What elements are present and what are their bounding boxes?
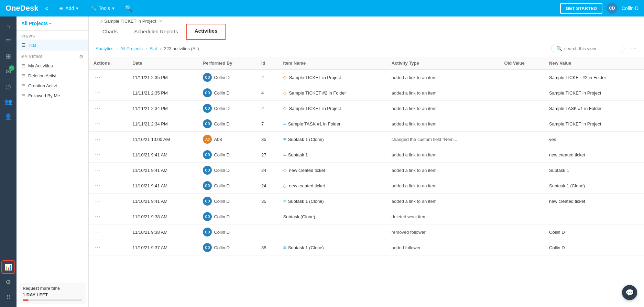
sidebar-item-users[interactable]: 👥 [1, 95, 15, 109]
sidebar-item-clock[interactable]: ◷ [1, 80, 15, 94]
cell-new-value: new created ticket [544, 194, 644, 209]
panel-header: All Projects ▾ [17, 17, 88, 31]
followed-by-me-item[interactable]: ☰ Followed By Me [17, 91, 88, 101]
sidebar-item-gear[interactable]: ⚙ [1, 275, 15, 289]
request-time-box: Request more time 1 DAY LEFT [19, 283, 86, 304]
ticket-icon: ◇ [283, 167, 287, 173]
activities-table-container: Actions Date Performed By Id Item Name A… [89, 57, 644, 307]
sidebar-item-grid[interactable]: ⊞ [1, 50, 15, 63]
logo: OneDesk [6, 4, 38, 13]
tools-button[interactable]: 🔧 Tools ▾ [87, 3, 119, 13]
row-menu-button[interactable]: ··· [94, 213, 102, 220]
creation-activi-item[interactable]: ☰ Creation Activi... [17, 81, 88, 91]
row-menu-button[interactable]: ··· [94, 167, 102, 173]
cell-id: 24 [256, 178, 279, 194]
cell-performer: CDCollin D [198, 69, 256, 85]
add-chevron-icon: ▾ [76, 6, 78, 11]
cell-id: 35 [256, 132, 279, 147]
tab-scheduled-reports[interactable]: Scheduled Reports [126, 24, 186, 40]
cell-new-value: Sample TASK #1 in Folder [544, 101, 644, 116]
item-name-text: Subtask 1 (Clone) [288, 137, 324, 142]
add-button[interactable]: ⊕ Add ▾ [55, 3, 83, 13]
row-menu-button[interactable]: ··· [94, 152, 102, 158]
flat-view-item[interactable]: ☰ Flat [17, 40, 88, 51]
performer-name: Collin D [214, 199, 230, 204]
cell-performer: CDCollin D [198, 101, 256, 116]
sidebar-item-list[interactable]: ☰ [1, 34, 15, 48]
row-menu-button[interactable]: ··· [94, 198, 102, 204]
breadcrumb-all-projects[interactable]: All Projects [120, 46, 143, 51]
row-menu-button[interactable]: ··· [94, 74, 102, 80]
deletion-activi-item[interactable]: ☰ Deletion Activi... [17, 71, 88, 81]
breadcrumb-sep-1: › [116, 46, 118, 51]
cell-item-name: ◇Sample TICKET in Project [278, 69, 386, 85]
performer-name: Collin D [214, 121, 230, 127]
cell-performer: CDCollin D [198, 224, 256, 240]
global-search-icon[interactable]: 🔍 [123, 2, 134, 14]
table-row: ···11/11/21 2:35 PMCDCollin D4◇Sample TI… [89, 85, 644, 101]
performer-avatar: CD [203, 104, 212, 113]
cell-date: 11/10/21 9:41 AM [128, 147, 198, 163]
row-menu-button[interactable]: ··· [94, 183, 102, 189]
search-input[interactable] [564, 46, 619, 51]
all-projects-button[interactable]: All Projects ▾ [21, 21, 51, 26]
table-row: ···11/11/21 2:34 PMCDCollin D7≡Sample TA… [89, 116, 644, 132]
sidebar-item-messages[interactable]: ✉ 15 [1, 65, 15, 78]
row-menu-button[interactable]: ··· [94, 121, 102, 127]
tools-chevron-icon: ▾ [112, 6, 114, 11]
breadcrumb-flat[interactable]: Flat [150, 46, 157, 51]
user-avatar: CD [607, 3, 618, 14]
all-projects-chevron: ▾ [49, 22, 51, 25]
cell-id [256, 224, 279, 240]
cell-item-name: ≡Subtask 1 [278, 147, 386, 163]
cell-date: 11/11/21 2:35 PM [128, 85, 198, 101]
cell-performer: CDCollin D [198, 147, 256, 163]
tab-activities[interactable]: Activities [186, 24, 226, 40]
chat-bubble[interactable]: 💬 [622, 285, 637, 300]
get-started-button[interactable]: GET STARTED [560, 3, 602, 14]
cell-id: 27 [256, 147, 279, 163]
row-menu-button[interactable]: ··· [94, 229, 102, 235]
col-date: Date [128, 57, 198, 69]
cell-old-value [500, 69, 545, 85]
cell-old-value [500, 85, 545, 101]
cell-id: 35 [256, 240, 279, 255]
cell-item-name: ≡Subtask 1 (Clone) [278, 194, 386, 209]
cell-item-name: ◇new created ticket [278, 178, 386, 194]
search-box[interactable]: 🔍 [551, 44, 624, 53]
cell-new-value [544, 209, 644, 224]
breadcrumb-analytics[interactable]: Analytics [96, 46, 113, 51]
cell-activity-type: deleted work item [387, 209, 500, 224]
my-activities-item[interactable]: ☰ My Activities [17, 61, 88, 71]
close-tab-icon[interactable]: ✕ [159, 19, 162, 24]
cell-item-name: Subtask (Clone) [278, 209, 386, 224]
item-name-text: new created ticket [289, 168, 325, 173]
collapse-button[interactable]: « [42, 4, 51, 13]
sidebar-item-home[interactable]: ⌂ [1, 19, 15, 33]
cell-id [256, 209, 279, 224]
sidebar-item-apps[interactable]: ⠿ [1, 290, 15, 304]
cell-performer: CDCollin D [198, 240, 256, 255]
search-icon: 🔍 [556, 46, 562, 51]
cell-item-name: ≡Sample TASK #1 in Folder [278, 116, 386, 132]
row-menu-button[interactable]: ··· [94, 105, 102, 111]
cell-item-name: ◇Sample TICKET #2 in Folder [278, 85, 386, 101]
more-options-button[interactable]: ··· [630, 45, 637, 52]
progress-fill [23, 299, 29, 301]
performer-avatar: CD [203, 197, 212, 206]
cell-new-value: Sample TICKET #2 in Folder [544, 69, 644, 85]
row-menu-button[interactable]: ··· [94, 90, 102, 96]
item-name-text: Subtask 1 (Clone) [288, 245, 324, 250]
performer-avatar: CD [203, 243, 212, 252]
sidebar-item-analytics[interactable]: 📊 [1, 260, 15, 274]
left-panel-spacer [17, 101, 88, 283]
my-views-settings-icon[interactable]: ⚙ [79, 54, 84, 59]
tab-charts[interactable]: Charts [94, 24, 126, 40]
table-row: ···11/10/21 9:41 AMCDCollin D24◇new crea… [89, 163, 644, 178]
sidebar-item-person[interactable]: 👤 [1, 110, 15, 124]
breadcrumb-count: 223 activities (All) [164, 46, 199, 51]
cell-new-value: Collin D [544, 240, 644, 255]
cell-actions: ··· [89, 209, 128, 224]
row-menu-button[interactable]: ··· [94, 136, 102, 142]
row-menu-button[interactable]: ··· [94, 244, 102, 251]
